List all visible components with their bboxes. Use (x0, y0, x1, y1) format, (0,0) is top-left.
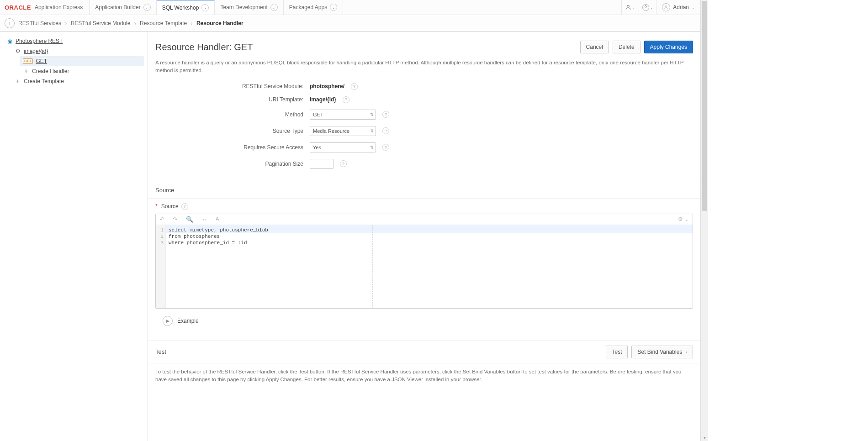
chevron-down-icon: ⌄ (330, 4, 337, 11)
pagination-input[interactable] (310, 159, 333, 169)
expand-example-button[interactable]: ▶ (163, 316, 173, 326)
nav-app-builder[interactable]: Application Builder ⌄ (90, 0, 156, 15)
set-bind-variables-button[interactable]: Set Bind Variables › (631, 346, 693, 358)
example-label: Example (177, 318, 199, 324)
test-button[interactable]: Test (606, 346, 628, 358)
help-icon[interactable]: ? (340, 160, 347, 167)
line-gutter: 123 (156, 225, 166, 308)
chevron-down-icon: ⌄ (270, 4, 278, 11)
chevron-down-icon: ⌄ (201, 4, 209, 11)
page-title: Resource Handler: GET (155, 42, 253, 52)
label-uri: URI Template: (155, 96, 303, 103)
code-editor[interactable]: ↶ ↷ 🔍 ↔ A· ⚙ ⌄ 123 (155, 214, 693, 309)
crumb-template[interactable]: Resource Template (140, 20, 187, 26)
globe-icon: ◉ (6, 38, 13, 44)
undo-icon[interactable]: ↶ (159, 216, 164, 223)
expand-icon[interactable]: ↔ (201, 216, 207, 223)
scroll-thumb[interactable] (702, 1, 707, 211)
gear-icon: ⚙ (15, 48, 21, 54)
help-icon[interactable]: ? (181, 203, 188, 210)
avatar-icon (662, 3, 670, 11)
section-test-head: Test Test Set Bind Variables › (148, 341, 700, 363)
brand-subtitle: Application Express (35, 4, 83, 10)
search-icon[interactable]: 🔍 (186, 216, 193, 223)
method-badge-icon: GET (23, 58, 33, 64)
fold-guide (372, 225, 373, 308)
value-module: photosphere/ (310, 83, 344, 89)
value-uri: image/{id} (310, 96, 336, 103)
secure-select[interactable] (310, 142, 376, 152)
crumb-current: Resource Handler (196, 20, 243, 26)
svg-point-1 (666, 6, 667, 7)
crumb-module[interactable]: RESTful Service Module (71, 20, 131, 26)
tree-root[interactable]: ◉ Photosphere REST (4, 36, 144, 46)
settings-icon[interactable]: ⚙ ⌄ (678, 216, 689, 222)
delete-button[interactable]: Delete (613, 41, 640, 53)
help-icon[interactable]: ? (343, 96, 349, 103)
required-indicator: * (155, 203, 158, 210)
help-icon[interactable]: ? (351, 83, 358, 90)
nav-team-dev[interactable]: Team Development ⌄ (215, 0, 283, 15)
breadcrumb: ↑ RESTful Services › RESTful Service Mod… (0, 15, 700, 31)
label-source-type: Source Type (155, 128, 303, 134)
section-source-head: Source (148, 182, 700, 198)
help-icon[interactable]: ? (382, 111, 389, 118)
chevron-right-icon: › (191, 20, 193, 27)
oracle-logo: ORACLE (5, 4, 31, 11)
method-select[interactable] (310, 110, 376, 120)
main: Resource Handler: GET Cancel Delete Appl… (148, 31, 700, 441)
test-description: To test the behavior of the RESTful Serv… (155, 368, 693, 384)
cancel-button[interactable]: Cancel (580, 41, 609, 53)
nav-packaged[interactable]: Packaged Apps ⌄ (284, 0, 343, 15)
chevron-right-icon: › (134, 20, 136, 27)
code-area[interactable]: select mimetype, photosphere_blob from p… (166, 225, 693, 308)
crumb-services[interactable]: RESTful Services (18, 20, 61, 26)
label-module: RESTful Service Module: (155, 83, 303, 89)
help-icon[interactable]: ? ⌄ (639, 0, 656, 15)
user-menu[interactable]: Adrian ⌄ (656, 0, 700, 15)
label-method: Method (155, 111, 303, 118)
plus-icon: + (23, 68, 29, 74)
sidebar: ◉ Photosphere REST ⚙ image/{id} GET GET … (0, 31, 148, 441)
svg-point-0 (627, 5, 630, 7)
autocomplete-icon[interactable]: A· (216, 216, 220, 223)
admin-icon[interactable]: ⌄ (621, 0, 639, 15)
source-type-select[interactable] (310, 126, 376, 136)
topbar: ORACLE Application Express Application B… (0, 0, 700, 15)
chevron-right-icon: › (686, 350, 687, 355)
up-button[interactable]: ↑ (5, 18, 15, 28)
help-icon[interactable]: ? (382, 127, 389, 134)
chevron-down-icon: ⌄ (692, 5, 695, 10)
tree-template[interactable]: ⚙ image/{id} (12, 46, 144, 56)
brand[interactable]: ORACLE Application Express (0, 0, 90, 15)
label-pagination: Pagination Size (155, 161, 303, 167)
vertical-scrollbar[interactable]: ▲ ▼ (701, 0, 708, 441)
tree-create-handler[interactable]: + Create Handler (20, 66, 144, 76)
apply-changes-button[interactable]: Apply Changes (644, 41, 693, 53)
tree-create-template[interactable]: + Create Template (12, 76, 144, 86)
plus-icon: + (15, 78, 21, 84)
chevron-right-icon: › (65, 20, 67, 27)
source-field-label: Source (161, 203, 179, 210)
tree-handler-get[interactable]: GET GET (20, 56, 144, 66)
intro-text: A resource handler is a query or an anon… (148, 57, 700, 81)
help-icon[interactable]: ? (382, 144, 389, 151)
label-secure: Requires Secure Access (155, 144, 303, 151)
chevron-down-icon: ⌄ (143, 4, 151, 11)
nav-sql-workshop[interactable]: SQL Workshop ⌄ (157, 0, 215, 15)
scroll-down-icon[interactable]: ▼ (701, 435, 708, 441)
redo-icon[interactable]: ↷ (173, 216, 178, 223)
